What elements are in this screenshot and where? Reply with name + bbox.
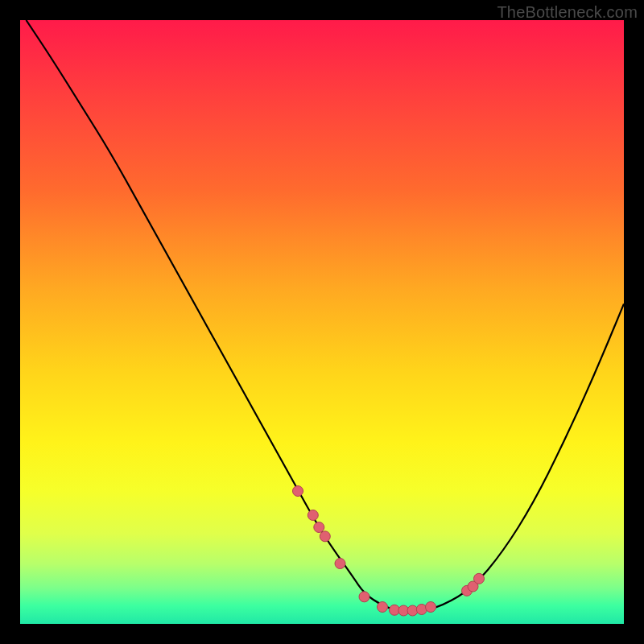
curve-layer	[20, 20, 624, 624]
chart-frame: TheBottleneck.com	[0, 0, 644, 644]
data-point-dot	[378, 602, 388, 613]
data-point-dot	[320, 531, 330, 542]
data-point-dot	[293, 486, 303, 497]
data-point-dot	[308, 510, 318, 521]
highlighted-points	[293, 486, 485, 617]
watermark-text: TheBottleneck.com	[497, 3, 638, 22]
bottleneck-curve	[27, 20, 625, 612]
plot-area	[20, 20, 624, 624]
data-point-dot	[426, 602, 436, 613]
data-point-dot	[335, 559, 345, 569]
data-point-dot	[314, 522, 324, 533]
data-point-dot	[474, 573, 485, 584]
data-point-dot	[359, 592, 369, 602]
